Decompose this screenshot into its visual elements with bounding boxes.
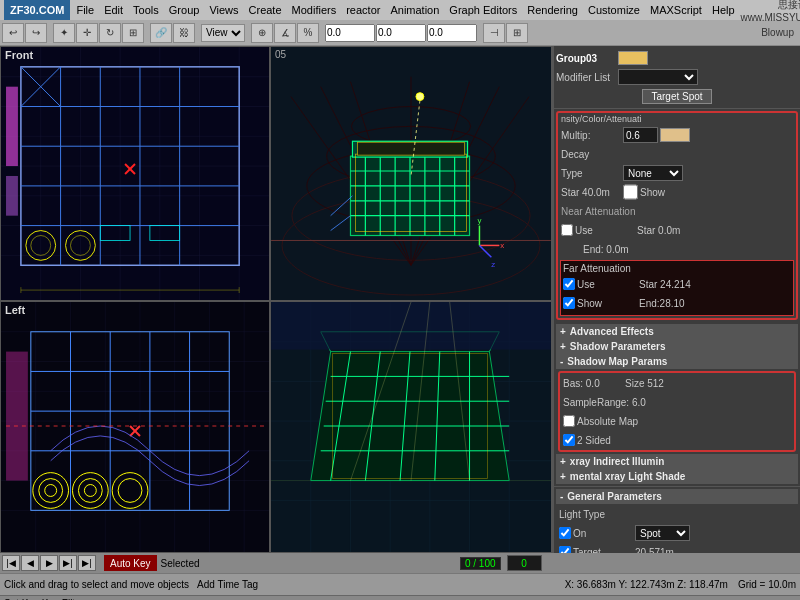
near-end-label: End: 0.0m: [583, 244, 643, 255]
view-select[interactable]: View: [201, 24, 245, 42]
color-swatch[interactable]: [618, 51, 648, 65]
xray-header[interactable]: +xray Indirect Illumin: [556, 454, 798, 469]
add-time-tag-label: Add Time Tag: [197, 579, 258, 590]
far-use-label: Use: [577, 279, 637, 290]
far-attn-box: Far Attenuation Use Star 24.214 Show End…: [560, 260, 794, 316]
time-scrubber[interactable]: [507, 555, 542, 571]
menu-file[interactable]: File: [72, 4, 98, 16]
target-spot-btn[interactable]: Target Spot: [642, 89, 711, 104]
decay-type-select[interactable]: None: [623, 165, 683, 181]
modifier-list-select[interactable]: [618, 69, 698, 85]
far-show-checkbox[interactable]: [563, 297, 575, 309]
absolute-map-checkbox[interactable]: [563, 415, 575, 427]
redo-btn[interactable]: ↪: [25, 23, 47, 43]
modifier-list-label: Modifier List: [556, 72, 616, 83]
on-checkbox[interactable]: [559, 527, 571, 539]
blowup-label: Blowup: [757, 27, 798, 38]
link-btn[interactable]: 🔗: [150, 23, 172, 43]
absolute-map-label: Absolute Map: [577, 416, 638, 427]
menu-views[interactable]: Views: [205, 4, 242, 16]
menu-tools[interactable]: Tools: [129, 4, 163, 16]
menu-help[interactable]: Help: [708, 4, 739, 16]
multip-label: Multip:: [561, 130, 621, 141]
status-message: Click and drag to select and move object…: [4, 579, 189, 590]
show-label: Show: [640, 187, 700, 198]
align-btn[interactable]: ⊞: [506, 23, 528, 43]
z-coord-input[interactable]: [427, 24, 477, 42]
sample-range-label: SampleRange: 6.0: [563, 397, 646, 408]
percent-snap-btn[interactable]: %: [297, 23, 319, 43]
light-type-label: Light Type: [559, 509, 619, 520]
target-checkbox[interactable]: [559, 546, 571, 553]
y-coord-input[interactable]: [376, 24, 426, 42]
far-use-checkbox[interactable]: [563, 278, 575, 290]
advanced-effects-header[interactable]: +Advanced Effects: [556, 324, 798, 339]
set-key-bar: Set Key Key Filters...: [0, 595, 800, 600]
angle-snap-btn[interactable]: ∡: [274, 23, 296, 43]
svg-point-75: [416, 93, 424, 101]
go-end-btn[interactable]: ▶|: [78, 555, 96, 571]
undo-btn[interactable]: ↩: [2, 23, 24, 43]
menu-graph-editors[interactable]: Graph Editors: [445, 4, 521, 16]
prev-frame-btn[interactable]: ◀: [21, 555, 39, 571]
menu-reactor[interactable]: reactor: [342, 4, 384, 16]
frame-display: 0 / 100: [460, 557, 501, 570]
viewport-camera[interactable]: [270, 301, 552, 553]
animation-bar: |◀ ◀ ▶ ▶| ▶| Auto Key Selected 0 / 100: [0, 553, 800, 573]
group-section: Group03 Modifier List Target Spot: [554, 46, 800, 109]
multip-input[interactable]: [623, 127, 658, 143]
viewport-left[interactable]: Left: [0, 301, 270, 553]
unlink-btn[interactable]: ⛓: [173, 23, 195, 43]
shadow-params-header[interactable]: +Shadow Parameters: [556, 339, 798, 354]
vp-front-label: Front: [5, 49, 33, 61]
menu-animation[interactable]: Animation: [386, 4, 443, 16]
two-sided-checkbox[interactable]: [563, 434, 575, 446]
next-frame-btn[interactable]: ▶|: [59, 555, 77, 571]
status-bar: Click and drag to select and move object…: [0, 573, 800, 595]
menu-rendering[interactable]: Rendering: [523, 4, 582, 16]
app-logo: ZF30.COM: [4, 0, 70, 20]
menu-customize[interactable]: Customize: [584, 4, 644, 16]
menu-maxscript[interactable]: MAXScript: [646, 4, 706, 16]
auto-key-btn[interactable]: Auto Key: [104, 555, 157, 571]
on-label: On: [573, 528, 633, 539]
menu-modifiers[interactable]: Modifiers: [288, 4, 341, 16]
near-attn-label: Near Attenuation: [561, 206, 636, 217]
go-start-btn[interactable]: |◀: [2, 555, 20, 571]
size-label: Size 512: [625, 378, 685, 389]
play-btn[interactable]: ▶: [40, 555, 58, 571]
rotate-btn[interactable]: ↻: [99, 23, 121, 43]
vp-left-label: Left: [5, 304, 25, 316]
main-toolbar: ↩ ↪ ✦ ✛ ↻ ⊞ 🔗 ⛓ View ⊕ ∡ % ⊣ ⊞ Blowup: [0, 20, 800, 46]
intensity-section: nsity/Color/Attenuati Multip: Decay Type…: [556, 111, 798, 320]
mental-xray-header[interactable]: +mental xray Light Shade: [556, 469, 798, 484]
grid-display: Grid = 10.0m: [738, 579, 796, 590]
menu-group[interactable]: Group: [165, 4, 204, 16]
menu-create[interactable]: Create: [245, 4, 286, 16]
general-params-header[interactable]: -General Parameters: [556, 489, 798, 504]
use-near-label: Use: [575, 225, 635, 236]
far-start-label: Star 24.214: [639, 279, 699, 290]
show-checkbox[interactable]: [623, 184, 638, 200]
select-btn[interactable]: ✦: [53, 23, 75, 43]
viewport-3d[interactable]: 05: [270, 46, 552, 301]
spot-select[interactable]: Spot: [635, 525, 690, 541]
svg-rect-110: [6, 352, 28, 481]
far-end-label: End:28.10: [639, 298, 699, 309]
intensity-label: nsity/Color/Attenuati: [558, 113, 796, 125]
viewports-container: Front: [0, 46, 552, 553]
menu-edit[interactable]: Edit: [100, 4, 127, 16]
snap-btn[interactable]: ⊕: [251, 23, 273, 43]
x-coord-input[interactable]: [325, 24, 375, 42]
main-area: Front: [0, 46, 800, 553]
move-btn[interactable]: ✛: [76, 23, 98, 43]
shadow-map-header[interactable]: -Shadow Map Params: [556, 354, 798, 369]
color-swatch2[interactable]: [660, 128, 690, 142]
viewport-front[interactable]: Front: [0, 46, 270, 301]
bias-label: Bas: 0.0: [563, 378, 623, 389]
use-near-checkbox[interactable]: [561, 224, 573, 236]
coords-display: X: 36.683m Y: 122.743m Z: 118.47m: [565, 579, 728, 590]
mirror-btn[interactable]: ⊣: [483, 23, 505, 43]
menu-bar: ZF30.COM File Edit Tools Group Views Cre…: [0, 0, 800, 20]
scale-btn[interactable]: ⊞: [122, 23, 144, 43]
